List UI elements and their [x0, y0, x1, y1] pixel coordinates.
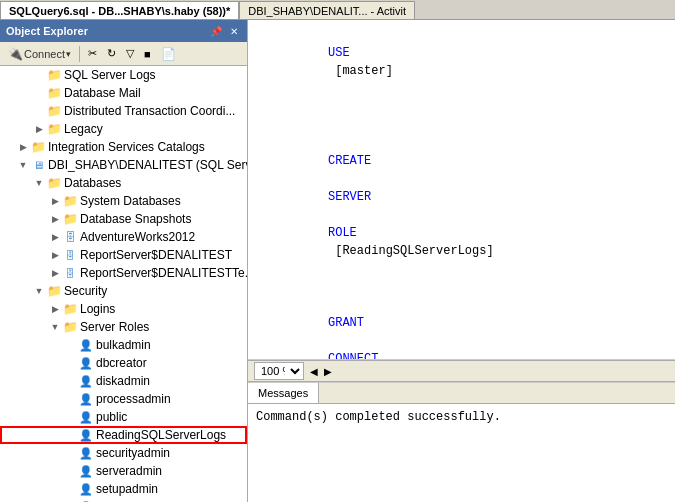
role-icon-serveradmin: 👤	[78, 463, 94, 479]
tree-item-distributed-transaction[interactable]: 📁 Distributed Transaction Coordi...	[0, 102, 247, 120]
expander-readingsqlserverlogs	[64, 428, 78, 442]
tab-sqlquery[interactable]: SQLQuery6.sql - DB...SHABY\s.haby (58))*	[0, 1, 239, 19]
sql-editor[interactable]: USE [master] CREATE SERVER ROLE [Reading…	[248, 20, 675, 360]
label-reportserver: ReportServer$DENALITEST	[80, 248, 232, 262]
refresh-button[interactable]: ↻	[103, 45, 120, 62]
expander-distributed	[32, 104, 46, 118]
connect-button[interactable]: 🔌 Connect ▾	[4, 45, 75, 63]
tree-item-adventureworks[interactable]: ▶ 🗄 AdventureWorks2012	[0, 228, 247, 246]
tree-item-dbcreator[interactable]: 👤 dbcreator	[0, 354, 247, 372]
label-system-databases: System Databases	[80, 194, 181, 208]
tree-item-security[interactable]: ▼ 📁 Security	[0, 282, 247, 300]
kw-role-1: ROLE	[328, 226, 357, 240]
expander-integration: ▶	[16, 140, 30, 154]
label-dbi-server: DBI_SHABY\DENALITEST (SQL Serv...	[48, 158, 247, 172]
zoom-select[interactable]: 100 %	[254, 362, 304, 380]
refresh-icon: ↻	[107, 47, 116, 60]
tree-item-database-snapshots[interactable]: ▶ 📁 Database Snapshots	[0, 210, 247, 228]
folder-icon-system-databases: 📁	[62, 193, 78, 209]
sql-line-create: CREATE SERVER ROLE [ReadingSQLServerLogs…	[256, 116, 667, 278]
label-legacy: Legacy	[64, 122, 103, 136]
label-serveradmin: serveradmin	[96, 464, 162, 478]
messages-tab[interactable]: Messages	[248, 383, 319, 403]
folder-icon-server-roles: 📁	[62, 319, 78, 335]
disconnect-icon: ✂	[88, 47, 97, 60]
label-dbcreator: dbcreator	[96, 356, 147, 370]
tree-item-legacy[interactable]: ▶ 📁 Legacy	[0, 120, 247, 138]
tree-item-system-databases[interactable]: ▶ 📁 System Databases	[0, 192, 247, 210]
messages-panel: Messages Command(s) completed successful…	[248, 382, 675, 502]
stop-button[interactable]: ■	[140, 46, 155, 62]
expander-processadmin	[64, 392, 78, 406]
kw-connect: CONNECT	[328, 352, 378, 360]
db-icon-adventureworks: 🗄	[62, 229, 78, 245]
expander-bulkadmin	[64, 338, 78, 352]
folder-icon-logins: 📁	[62, 301, 78, 317]
role-icon-securityadmin: 👤	[78, 445, 94, 461]
scroll-left-icon[interactable]: ◀	[310, 366, 318, 377]
expander-diskadmin	[64, 374, 78, 388]
tree-item-logins[interactable]: ▶ 📁 Logins	[0, 300, 247, 318]
sql-line-blank1	[256, 98, 667, 116]
tree-item-diskadmin[interactable]: 👤 diskadmin	[0, 372, 247, 390]
scroll-right-icon[interactable]: ▶	[324, 366, 332, 377]
kw-use: USE	[328, 46, 350, 60]
stop-icon: ■	[144, 48, 151, 60]
filter-button[interactable]: ▽	[122, 45, 138, 62]
label-distributed: Distributed Transaction Coordi...	[64, 104, 235, 118]
tree-view[interactable]: 📁 SQL Server Logs 📁 Database Mail 📁	[0, 66, 247, 502]
sql-line-grant1: GRANT CONNECT SQL TO [ReadingSQLServerLo…	[256, 278, 667, 360]
indent-grant1	[328, 298, 357, 312]
filter-icon: ▽	[126, 47, 134, 60]
sql-role-name-1: [ReadingSQLServerLogs]	[328, 244, 494, 258]
expander-sql-server-logs	[32, 68, 46, 82]
expander-serveradmin	[64, 464, 78, 478]
server-icon-dbi: 🖥	[30, 157, 46, 173]
tree-item-public[interactable]: 👤 public	[0, 408, 247, 426]
disconnect-button[interactable]: ✂	[84, 45, 101, 62]
label-adventureworks: AdventureWorks2012	[80, 230, 195, 244]
object-explorer: Object Explorer 📌 ✕ 🔌 Connect ▾ ✂	[0, 20, 248, 502]
expander-reportserver: ▶	[48, 248, 62, 262]
folder-icon-db-snapshots: 📁	[62, 211, 78, 227]
tree-item-databases[interactable]: ▼ 📁 Databases	[0, 174, 247, 192]
label-securityadmin: securityadmin	[96, 446, 170, 460]
label-sql-server-logs: SQL Server Logs	[64, 68, 156, 82]
sql-sp3	[328, 334, 335, 348]
folder-icon-distributed: 📁	[46, 103, 62, 119]
tree-item-dbi-server[interactable]: ▼ 🖥 DBI_SHABY\DENALITEST (SQL Serv...	[0, 156, 247, 174]
tree-item-processadmin[interactable]: 👤 processadmin	[0, 390, 247, 408]
label-setupadmin: setupadmin	[96, 482, 158, 496]
tab-activity[interactable]: DBI_SHABY\DENALIT... - Activit	[239, 1, 415, 19]
new-query-button[interactable]: 📄	[157, 45, 180, 63]
label-security: Security	[64, 284, 107, 298]
tree-item-server-roles[interactable]: ▼ 📁 Server Roles	[0, 318, 247, 336]
expander-system-databases: ▶	[48, 194, 62, 208]
sql-master: [master]	[328, 64, 393, 78]
tab-bar: SQLQuery6.sql - DB...SHABY\s.haby (58))*…	[0, 0, 675, 20]
role-icon-bulkadmin: 👤	[78, 337, 94, 353]
tree-item-integration-services[interactable]: ▶ 📁 Integration Services Catalogs	[0, 138, 247, 156]
tree-item-serveradmin[interactable]: 👤 serveradmin	[0, 462, 247, 480]
sql-sp1	[328, 172, 335, 186]
tree-item-database-mail[interactable]: 📁 Database Mail	[0, 84, 247, 102]
sql-sp2	[328, 208, 335, 222]
tree-item-readingsqlserverlogs[interactable]: 👤 ReadingSQLServerLogs	[0, 426, 247, 444]
tree-item-sysadmin[interactable]: 👤 sysadmin	[0, 498, 247, 502]
close-panel-button[interactable]: ✕	[227, 25, 241, 38]
kw-server-1: SERVER	[328, 190, 371, 204]
tree-item-sql-server-logs[interactable]: 📁 SQL Server Logs	[0, 66, 247, 84]
expander-legacy: ▶	[32, 122, 46, 136]
tree-item-reportservertemp[interactable]: ▶ 🗄 ReportServer$DENALITESTTe...	[0, 264, 247, 282]
tree-item-reportserver[interactable]: ▶ 🗄 ReportServer$DENALITEST	[0, 246, 247, 264]
folder-icon-legacy: 📁	[46, 121, 62, 137]
messages-content: Command(s) completed successfully.	[248, 404, 675, 502]
pin-button[interactable]: 📌	[207, 25, 225, 38]
role-icon-readingsqlserverlogs: 👤	[78, 427, 94, 443]
tree-item-setupadmin[interactable]: 👤 setupadmin	[0, 480, 247, 498]
expander-security: ▼	[32, 284, 46, 298]
tree-item-bulkadmin[interactable]: 👤 bulkadmin	[0, 336, 247, 354]
connect-dropdown-icon: ▾	[66, 49, 71, 59]
label-integration-services: Integration Services Catalogs	[48, 140, 205, 154]
tree-item-securityadmin[interactable]: 👤 securityadmin	[0, 444, 247, 462]
